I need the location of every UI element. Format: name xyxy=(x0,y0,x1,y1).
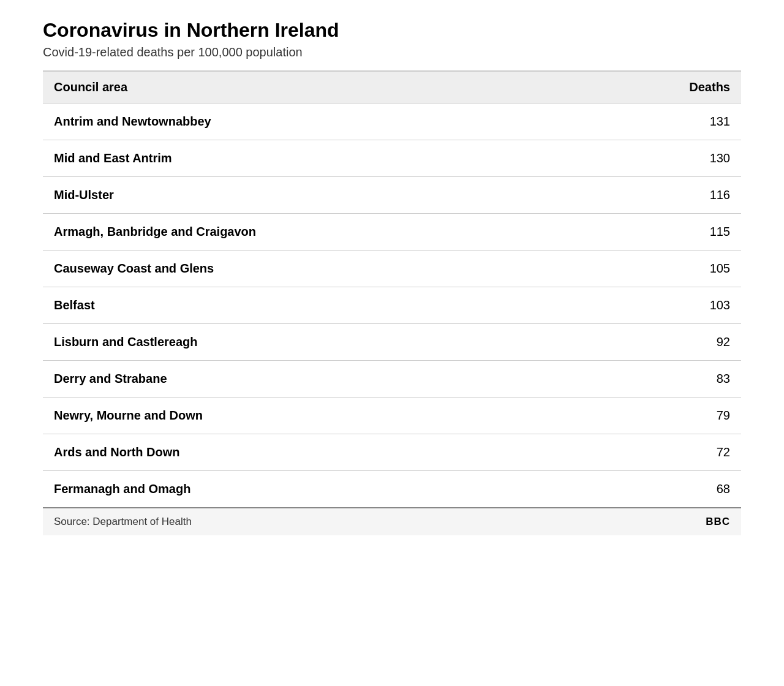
cell-area: Lisburn and Castlereagh xyxy=(43,324,588,361)
table-row: Belfast103 xyxy=(43,287,741,324)
chart-subtitle: Covid-19-related deaths per 100,000 popu… xyxy=(43,45,741,59)
cell-deaths: 115 xyxy=(588,214,741,251)
cell-area: Causeway Coast and Glens xyxy=(43,251,588,287)
table-row: Derry and Strabane83 xyxy=(43,361,741,398)
table-row: Armagh, Banbridge and Craigavon115 xyxy=(43,214,741,251)
chart-title: Coronavirus in Northern Ireland xyxy=(43,18,741,42)
table-row: Fermanagh and Omagh68 xyxy=(43,471,741,508)
table-row: Newry, Mourne and Down79 xyxy=(43,398,741,434)
cell-deaths: 103 xyxy=(588,287,741,324)
cell-deaths: 79 xyxy=(588,398,741,434)
cell-deaths: 72 xyxy=(588,434,741,471)
cell-deaths: 130 xyxy=(588,140,741,177)
cell-deaths: 105 xyxy=(588,251,741,287)
cell-area: Derry and Strabane xyxy=(43,361,588,398)
column-header-area: Council area xyxy=(43,71,588,104)
cell-deaths: 83 xyxy=(588,361,741,398)
column-header-deaths: Deaths xyxy=(588,71,741,104)
table-row: Ards and North Down72 xyxy=(43,434,741,471)
table-row: Lisburn and Castlereagh92 xyxy=(43,324,741,361)
chart-source: Source: Department of Health xyxy=(54,516,192,528)
table-row: Mid and East Antrim130 xyxy=(43,140,741,177)
table-header-row: Council area Deaths xyxy=(43,71,741,104)
bbc-logo: BBC xyxy=(706,516,730,528)
cell-deaths: 131 xyxy=(588,104,741,140)
cell-area: Antrim and Newtownabbey xyxy=(43,104,588,140)
cell-area: Fermanagh and Omagh xyxy=(43,471,588,508)
cell-area: Armagh, Banbridge and Craigavon xyxy=(43,214,588,251)
cell-deaths: 68 xyxy=(588,471,741,508)
cell-area: Mid and East Antrim xyxy=(43,140,588,177)
table-row: Mid-Ulster116 xyxy=(43,177,741,214)
cell-area: Newry, Mourne and Down xyxy=(43,398,588,434)
cell-area: Mid-Ulster xyxy=(43,177,588,214)
chart-container: Coronavirus in Northern Ireland Covid-19… xyxy=(43,18,741,535)
cell-area: Ards and North Down xyxy=(43,434,588,471)
table-row: Causeway Coast and Glens105 xyxy=(43,251,741,287)
table-row: Antrim and Newtownabbey131 xyxy=(43,104,741,140)
cell-deaths: 116 xyxy=(588,177,741,214)
chart-footer: Source: Department of Health BBC xyxy=(43,508,741,535)
cell-area: Belfast xyxy=(43,287,588,324)
data-table: Council area Deaths Antrim and Newtownab… xyxy=(43,70,741,508)
cell-deaths: 92 xyxy=(588,324,741,361)
